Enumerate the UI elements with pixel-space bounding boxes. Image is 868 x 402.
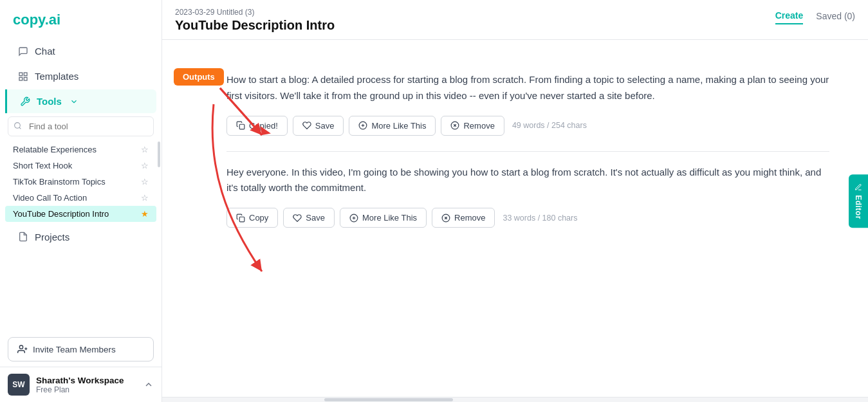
svg-rect-1: [24, 73, 27, 76]
svg-rect-2: [19, 77, 23, 80]
star-icon-video-cta[interactable]: ☆: [141, 193, 149, 203]
content-area: Outputs How to start a blog: A detailed …: [162, 40, 868, 397]
sidebar-item-templates[interactable]: Templates: [5, 64, 156, 88]
svg-rect-0: [19, 73, 23, 76]
tab-saved[interactable]: Saved (0): [816, 11, 855, 24]
logo-text-black: copy: [13, 12, 45, 28]
tool-youtube-label: YouTube Description Intro: [13, 209, 109, 219]
invite-label: Invite Team Members: [33, 345, 116, 354]
remove-button-2[interactable]: Remove: [432, 208, 495, 228]
output-actions-1: Copied! Save More Like This Remove 49 w: [226, 116, 829, 136]
pencil-icon: [854, 183, 862, 191]
templates-icon: [18, 71, 28, 82]
projects-icon: [18, 232, 28, 242]
tool-video-cta-label: Video Call To Action: [13, 193, 87, 203]
word-count-2: 33 words / 180 chars: [503, 214, 577, 223]
tab-create[interactable]: Create: [775, 10, 804, 24]
sidebar-item-chat[interactable]: Chat: [5, 39, 156, 63]
tool-item-tiktok[interactable]: TikTok Brainstorm Topics ☆: [5, 174, 156, 190]
copy-button-2[interactable]: Copy: [226, 208, 278, 228]
star-icon-tiktok[interactable]: ☆: [141, 177, 149, 187]
more-like-this-label-2: More Like This: [362, 213, 417, 223]
tool-short-text-label: Short Text Hook: [13, 161, 72, 170]
editor-tab[interactable]: Editor: [849, 174, 868, 228]
save-button-2[interactable]: Save: [283, 208, 335, 228]
search-input[interactable]: [8, 116, 154, 136]
more-like-this-button-2[interactable]: More Like This: [340, 208, 427, 228]
more-like-this-button-1[interactable]: More Like This: [349, 116, 436, 136]
heart-icon: [302, 121, 311, 130]
scrollbar-track: [162, 397, 868, 402]
svg-rect-20: [239, 217, 245, 222]
editor-tab-label: Editor: [854, 195, 863, 219]
output-text-2: Hey everyone. In this video, I'm going t…: [226, 165, 829, 197]
output-card-1: How to start a blog: A detailed process …: [226, 59, 829, 152]
save-button-1[interactable]: Save: [293, 116, 344, 136]
copy-icon-2: [236, 214, 245, 223]
chevron-down-icon: [69, 97, 78, 106]
star-icon-relatable[interactable]: ☆: [141, 145, 149, 154]
page-title: YouTube Description Intro: [175, 18, 335, 33]
logo-text-colored: .ai: [45, 12, 60, 28]
remove-label-1: Remove: [463, 121, 494, 131]
workspace-plan: Free Plan: [36, 385, 124, 394]
tool-item-youtube[interactable]: YouTube Description Intro ★: [5, 206, 156, 222]
sidebar: copy.ai Chat Templates Tools: [0, 0, 162, 402]
save-label-1: Save: [315, 121, 335, 131]
tool-search-container: [8, 116, 154, 136]
remove-label-2: Remove: [454, 213, 485, 223]
invite-team-members-button[interactable]: Invite Team Members: [8, 337, 154, 361]
workspace-section[interactable]: SW Sharath's Workspace Free Plan: [0, 367, 162, 402]
tool-list-inner: Relatable Experiences ☆ Short Text Hook …: [5, 142, 156, 222]
outputs-badge: Outputs: [174, 68, 224, 86]
output-card-2: Hey everyone. In this video, I'm going t…: [226, 152, 829, 244]
scrollbar-indicator: [158, 142, 160, 167]
tool-tiktok-label: TikTok Brainstorm Topics: [13, 177, 106, 187]
main-content: 2023-03-29 Untitled (3) YouTube Descript…: [162, 0, 868, 402]
sidebar-templates-label: Templates: [35, 71, 78, 82]
sidebar-chat-label: Chat: [35, 46, 55, 57]
svg-rect-3: [24, 77, 27, 80]
output-text-1: How to start a blog: A detailed process …: [226, 72, 829, 104]
sidebar-item-projects[interactable]: Projects: [5, 225, 156, 249]
sidebar-navigation: Chat Templates Tools Relatable Exp: [0, 39, 162, 367]
copy-label-1: Copied!: [249, 121, 278, 131]
star-icon-youtube[interactable]: ★: [141, 209, 149, 219]
save-label-2: Save: [306, 213, 325, 223]
star-icon-short-text[interactable]: ☆: [141, 161, 149, 170]
copy-icon: [236, 121, 245, 130]
tool-relatable-label: Relatable Experiences: [13, 145, 97, 154]
sidebar-item-tools[interactable]: Tools: [5, 89, 156, 113]
tool-item-short-text[interactable]: Short Text Hook ☆: [5, 158, 156, 174]
chat-icon: [18, 46, 28, 57]
x-circle-icon: [450, 121, 459, 130]
sidebar-tools-label: Tools: [37, 96, 62, 107]
copy-label-2: Copy: [249, 213, 268, 223]
svg-rect-13: [239, 124, 245, 129]
tool-item-relatable[interactable]: Relatable Experiences ☆: [5, 142, 156, 158]
copy-button-1[interactable]: Copied!: [226, 116, 288, 136]
invite-icon: [17, 344, 28, 354]
scrollbar-thumb[interactable]: [324, 398, 453, 401]
chevron-up-down-icon: [143, 379, 154, 390]
plus-circle-icon-2: [349, 214, 358, 223]
breadcrumb: 2023-03-29 Untitled (3): [175, 8, 335, 17]
output-actions-2: Copy Save More Like This Remove 33 word: [226, 208, 829, 228]
tool-item-video-cta[interactable]: Video Call To Action ☆: [5, 190, 156, 206]
x-circle-icon-2: [441, 214, 450, 223]
more-like-this-label-1: More Like This: [371, 121, 426, 131]
svg-point-4: [15, 122, 21, 128]
remove-button-1[interactable]: Remove: [441, 116, 504, 136]
tools-icon: [20, 96, 30, 107]
avatar: SW: [8, 374, 30, 396]
sidebar-projects-label: Projects: [35, 232, 69, 242]
header-tabs: Create Saved (0): [775, 8, 855, 24]
svg-line-5: [19, 127, 21, 129]
tool-list: Relatable Experiences ☆ Short Text Hook …: [0, 142, 162, 224]
plus-circle-icon: [358, 121, 367, 130]
search-icon: [14, 122, 22, 132]
heart-icon-2: [293, 214, 302, 223]
workspace-name: Sharath's Workspace: [36, 376, 124, 385]
word-count-1: 49 words / 254 chars: [512, 121, 587, 130]
svg-point-6: [19, 345, 23, 349]
